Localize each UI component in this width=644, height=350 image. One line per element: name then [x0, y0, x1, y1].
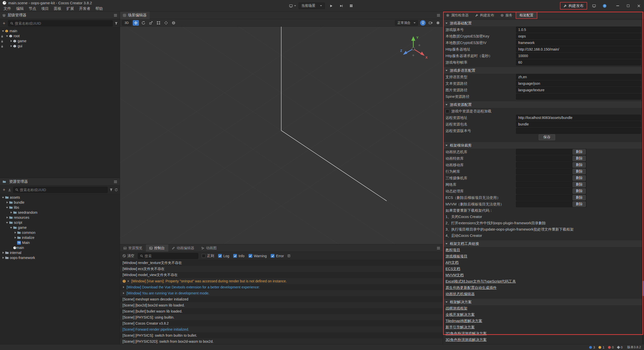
- chevron-right-icon[interactable]: [14, 236, 17, 239]
- chevron-right-icon[interactable]: [6, 201, 9, 204]
- delete-button[interactable]: 删除: [573, 201, 586, 207]
- log-row[interactable]: [Scene] [box2d]:box2d wasm lib loaded.: [120, 302, 443, 308]
- doc-link[interactable]: 3D角色扮演游戏解决方案: [446, 337, 487, 342]
- play-button[interactable]: [327, 3, 335, 9]
- panel-menu-icon[interactable]: [437, 247, 440, 250]
- text-input[interactable]: [516, 94, 641, 100]
- hierarchy-node[interactable]: gui: [0, 43, 120, 49]
- delete-button[interactable]: 删除: [573, 175, 586, 181]
- delete-button[interactable]: 删除: [573, 156, 586, 161]
- menu-item[interactable]: 节点: [26, 6, 39, 11]
- asset-node[interactable]: bundle: [0, 200, 120, 205]
- console-tab[interactable]: 动画图: [198, 244, 220, 252]
- chevron-down-icon[interactable]: [6, 34, 9, 38]
- log-row[interactable]: [Scene] [bullet]:bullet wasm lib loaded.: [120, 308, 443, 314]
- help-button[interactable]: ?: [601, 3, 608, 9]
- scene-viewport[interactable]: Y X Z: [120, 27, 443, 244]
- export-log-icon[interactable]: [287, 254, 291, 257]
- section-header[interactable]: 游戏多语言配置: [443, 67, 644, 74]
- asset-node[interactable]: main: [0, 245, 120, 250]
- camera-icon[interactable]: [428, 20, 433, 26]
- asset-node[interactable]: initialize: [0, 235, 120, 240]
- text-input[interactable]: [516, 128, 641, 134]
- doc-link[interactable]: API文档: [446, 260, 459, 265]
- asset-node[interactable]: seedrandom: [0, 210, 120, 215]
- asset-node[interactable]: internal: [0, 250, 120, 255]
- panel-menu-icon[interactable]: [114, 14, 117, 17]
- inspector-tab[interactable]: 构建发布: [472, 12, 497, 19]
- assets-search-box[interactable]: [13, 187, 108, 193]
- text-input[interactable]: zh,en: [516, 74, 641, 80]
- step-button[interactable]: [337, 3, 345, 9]
- hierarchy-node[interactable]: main: [0, 28, 120, 33]
- section-header[interactable]: 框架模块裁剪: [443, 142, 644, 149]
- expand-icon[interactable]: [123, 286, 125, 288]
- section-header[interactable]: 游戏基础配置: [443, 20, 644, 26]
- menu-item[interactable]: 扩展: [64, 6, 76, 11]
- hierarchy-search-box[interactable]: [8, 20, 113, 26]
- rotate-tool-button[interactable]: [140, 20, 146, 26]
- chevron-down-icon[interactable]: [6, 221, 9, 224]
- doc-link[interactable]: MVVM文档: [446, 273, 464, 278]
- panel-menu-icon[interactable]: [437, 14, 440, 17]
- doc-link[interactable]: 动画状态机编辑器: [446, 292, 475, 296]
- log-row[interactable]: [Scene] Forward render pipeline initiali…: [120, 326, 443, 332]
- minimize-button[interactable]: [612, 0, 623, 12]
- log-row[interactable]: [Window] model_view文件夹不存在: [120, 272, 443, 278]
- delete-button[interactable]: 删除: [573, 182, 586, 187]
- preview-device-button[interactable]: [289, 4, 296, 8]
- menu-item[interactable]: 面板: [51, 6, 64, 11]
- log-row[interactable]: [Window] You are running Vue in developm…: [120, 290, 443, 296]
- mode-3d-button[interactable]: 3D: [122, 20, 131, 26]
- axis-gizmo[interactable]: Y X Z: [399, 34, 429, 64]
- checkbox[interactable]: [271, 254, 274, 258]
- chevron-down-icon[interactable]: [6, 206, 9, 209]
- text-input[interactable]: 1.0.5: [516, 27, 641, 33]
- status-info[interactable]: 3: [589, 345, 595, 349]
- text-input[interactable]: language/json: [516, 80, 641, 86]
- add-node-button[interactable]: +: [2, 21, 6, 25]
- delete-button[interactable]: 删除: [573, 195, 586, 200]
- expand-icon[interactable]: [123, 292, 125, 294]
- log-row[interactable]: [Scene] [PHYSICS]: switch from builtin t…: [120, 332, 443, 338]
- delete-button[interactable]: 删除: [573, 169, 586, 174]
- status-error[interactable]: 0: [608, 345, 614, 349]
- clear-console-button[interactable]: 清空: [123, 254, 134, 258]
- filter-icon[interactable]: [115, 22, 118, 25]
- doc-link[interactable]: Excel格式转Json文件与TypeScript代码工具: [446, 279, 516, 284]
- delete-button[interactable]: 删除: [573, 188, 586, 194]
- chevron-down-icon[interactable]: [2, 29, 5, 33]
- menu-item[interactable]: 编辑: [14, 6, 26, 11]
- build-publish-button[interactable]: 构建发布: [560, 2, 587, 10]
- text-input[interactable]: http://localhost:8083/assets/bundle: [516, 115, 641, 121]
- text-input[interactable]: language/texture: [516, 87, 641, 93]
- doc-link[interactable]: 游戏模板项目: [446, 254, 467, 259]
- delete-button[interactable]: 删除: [573, 162, 586, 168]
- asset-node[interactable]: TSMain: [0, 240, 120, 245]
- move-tool-button[interactable]: [133, 20, 139, 26]
- lighting-toggle-button[interactable]: [420, 20, 426, 26]
- pivot-tool-button[interactable]: [163, 20, 169, 26]
- blend-mode-dropdown[interactable]: 正常混合: [395, 20, 418, 26]
- lock-icon[interactable]: [1, 45, 4, 49]
- console-tab[interactable]: 动画编辑器: [168, 244, 198, 252]
- log-row[interactable]: [Scene] [PHYSICS]: using builtin.: [120, 314, 443, 320]
- doc-link[interactable]: 教程项目: [446, 248, 460, 252]
- console-search-input[interactable]: [145, 254, 196, 258]
- checkbox[interactable]: [446, 109, 449, 113]
- text-input[interactable]: 60: [516, 59, 641, 65]
- section-header[interactable]: 框架文档工具链接: [443, 240, 644, 247]
- inspector-tab[interactable]: 属性检查器: [443, 12, 472, 19]
- menu-item[interactable]: 开发者: [76, 6, 93, 11]
- chevron-right-icon[interactable]: [10, 44, 13, 48]
- console-filter[interactable]: 正则: [202, 254, 214, 258]
- text-input[interactable]: oops: [516, 33, 641, 39]
- gear-icon[interactable]: [435, 20, 441, 26]
- assets-search-input[interactable]: [20, 188, 105, 192]
- console-filter[interactable]: Log: [218, 254, 229, 258]
- chevron-right-icon[interactable]: [2, 256, 5, 259]
- doc-link[interactable]: 新手引导解决方案: [446, 325, 475, 330]
- maximize-button[interactable]: [623, 0, 633, 12]
- refresh-icon[interactable]: [115, 188, 118, 191]
- asset-node[interactable]: oops-framework: [0, 255, 120, 260]
